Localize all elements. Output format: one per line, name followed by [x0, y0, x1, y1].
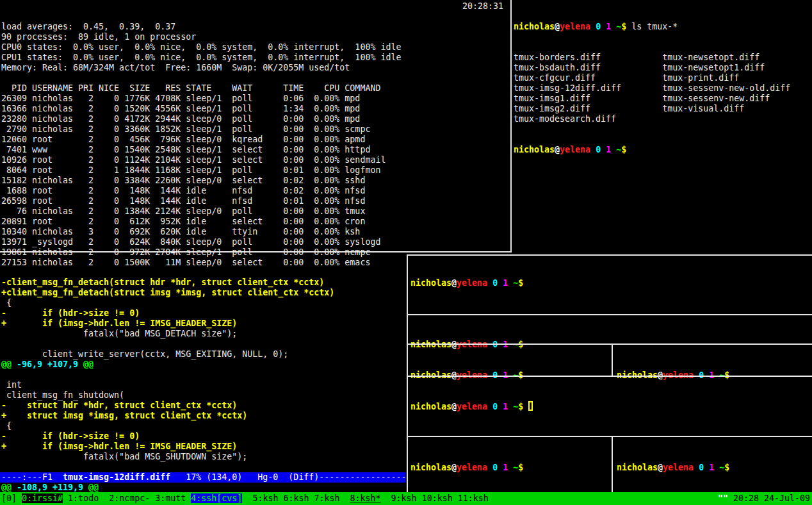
status-window-10-ksh[interactable]: 10:ksh	[422, 493, 453, 503]
pane-border-grid-row-2[interactable]	[408, 344, 812, 345]
pane-border-grid-row-1[interactable]	[408, 314, 812, 315]
status-window-0-irssi-[interactable]: 0:irssi#	[22, 493, 63, 503]
terminal-line	[1, 339, 405, 349]
status-window-5-ksh[interactable]: 5:ksh	[252, 493, 278, 503]
text-segment	[714, 463, 719, 472]
terminal-line: {	[1, 421, 405, 431]
text-segment: @	[555, 145, 560, 154]
text-segment	[498, 463, 503, 472]
text-segment	[498, 402, 503, 411]
text-segment: 1	[606, 22, 611, 31]
text-segment	[508, 463, 513, 472]
text-segment: @	[451, 402, 457, 411]
text-segment: nicholas	[514, 145, 555, 154]
terminal-line: + if (imsg->hdr.len != IMSG_HEADER_SIZE)	[1, 319, 405, 329]
status-session-name: [0]	[1, 493, 17, 503]
terminal-line: 10340 nicholas 3 0 692K 620K idle ttyin …	[1, 227, 507, 237]
text-segment: ~	[719, 463, 724, 472]
text-segment: @@	[1, 360, 12, 369]
status-window-3-mutt[interactable]: 3:mutt	[155, 493, 186, 503]
text-segment: -client_msg_fn_detach(struct hdr *hdr, s…	[1, 277, 324, 287]
status-window-7-ksh[interactable]: 7:ksh	[314, 493, 339, 503]
shell-pane-4[interactable]: nicholas@yelena 0 1 ~$	[617, 350, 729, 391]
terminal-line: @@ -96,9 +107,9 @@	[1, 360, 405, 370]
pane-border-grid-col-1[interactable]	[612, 344, 613, 377]
text-segment	[694, 463, 699, 472]
pane-border-grid-row-3[interactable]	[408, 376, 812, 377]
terminal-line: -client_msg_fn_detach(struct hdr *hdr, s…	[1, 277, 405, 288]
text-segment: nicholas	[514, 22, 555, 31]
status-window-2-ncmpc-[interactable]: 2:ncmpc-	[109, 493, 150, 503]
terminal-line: tmux-imsg1.diff tmux-sessenv-new.diff	[514, 94, 811, 104]
status-window-1-todo[interactable]: 1:todo	[68, 493, 99, 503]
text-segment: $	[518, 402, 523, 411]
terminal-line: int	[1, 380, 405, 390]
text-segment: ls tmux-*	[626, 22, 678, 31]
pane-border-horizontal-left[interactable]	[0, 251, 512, 252]
text-segment: yelena	[560, 145, 590, 154]
terminal-line: fatalx("bad MSG_DETACH size");	[1, 329, 405, 339]
text-segment: $	[724, 463, 729, 472]
top-pane[interactable]: load averages: 0.45, 0.39, 0.3790 proces…	[1, 1, 507, 278]
shell-pane-7[interactable]: nicholas@yelena 0 1 ~$	[617, 442, 729, 483]
terminal-line: load averages: 0.45, 0.39, 0.37	[1, 22, 507, 32]
terminal-line: 26309 nicholas 2 0 1776K 4708K sleep/1 p…	[1, 94, 507, 104]
text-segment	[508, 402, 513, 411]
status-window-8-ksh-[interactable]: 8:ksh*	[350, 493, 381, 503]
emacs-buffer: -client_msg_fn_detach(struct hdr *hdr, s…	[1, 277, 405, 493]
status-window-9-ksh[interactable]: 9:ksh	[391, 493, 417, 503]
text-segment: nicholas	[617, 463, 658, 472]
ls-shell-pane[interactable]: nicholas@yelena 0 1 ~$ ls tmux-* tmux-bo…	[514, 1, 811, 165]
shell-pane-5[interactable]: nicholas@yelena 0 1 ~$	[410, 381, 533, 422]
text-segment	[487, 278, 492, 288]
terminal-line: tmux-borders.diff tmux-newsetopt.diff	[514, 53, 811, 63]
shell-prompt: nicholas@yelena 0 1 ~$	[514, 145, 811, 155]
text-segment: ~	[513, 278, 518, 288]
text-segment: 0	[699, 463, 704, 472]
text-segment: $	[518, 463, 523, 472]
pane-border-grid-row-4[interactable]	[408, 436, 812, 437]
terminal-line: Memory: Real: 68M/324M act/tot Free: 166…	[1, 63, 507, 73]
text-segment: 17% (134,0) Hg-0 (Diff)-----------------	[170, 472, 405, 482]
text-segment: $	[518, 278, 523, 288]
shell-prompt: nicholas@yelena 0 1 ~$	[410, 463, 523, 473]
terminal-line: - if (hdr->size != 0)	[1, 431, 405, 442]
status-right: "" 20:28 24-Jul-09	[718, 492, 810, 505]
pane-border-vertical-bottom[interactable]	[407, 254, 408, 492]
text-segment: - if (hdr->size != 0)	[1, 308, 140, 318]
text-segment: +client_msg_fn_detach(struct imsg *imsg,…	[1, 288, 334, 297]
shell-pane-1[interactable]: nicholas@yelena 0 1 ~$	[410, 258, 523, 299]
text-segment	[611, 22, 616, 31]
pane-border-horizontal-right-top[interactable]	[408, 254, 812, 256]
terminal-line: 23280 nicholas 2 0 4172K 2944K sleep/0 p…	[1, 114, 507, 124]
status-window-list: 0:irssi# 1:todo 2:ncmpc- 3:mutt 4:ssh[cv…	[17, 493, 489, 503]
terminal-line: CPU1 states: 0.0% user, 0.0% nice, 0.0% …	[1, 53, 507, 63]
ls-file-list: tmux-borders.diff tmux-newsetopt.difftmu…	[514, 53, 811, 124]
text-segment: 1	[606, 145, 611, 154]
terminal-line: 13971 _syslogd 2 0 624K 840K sleep/0 pol…	[1, 237, 507, 247]
text-segment: 0	[492, 402, 498, 411]
terminal-line: client_write_server(cctx, MSG_EXITING, N…	[1, 349, 405, 360]
text-segment: tmux-imsg-12diff.diff	[63, 472, 170, 482]
text-segment: ----:---F1	[1, 472, 63, 482]
status-window-6-ksh[interactable]: 6:ksh	[283, 493, 309, 503]
text-segment: + struct imsg *imsg, struct client_ctx *…	[1, 411, 247, 420]
shell-pane-6[interactable]: nicholas@yelena 0 1 ~$	[410, 442, 523, 483]
text-segment: @	[451, 463, 457, 472]
emacs-pane[interactable]: -client_msg_fn_detach(struct hdr *hdr, s…	[1, 257, 405, 503]
top-clock: 20:28:31	[462, 1, 503, 12]
terminal-line: {	[1, 298, 405, 308]
text-segment: 1	[709, 463, 714, 472]
text-segment: yelena	[457, 402, 487, 411]
text-segment: yelena	[663, 463, 694, 472]
text-segment: ~	[616, 145, 621, 154]
text-segment	[487, 463, 492, 472]
text-segment	[611, 145, 616, 154]
terminal-line: tmux-imsg-12diff.diff tmux-sessenv-new-o…	[514, 83, 811, 94]
text-segment: $	[621, 145, 626, 154]
terminal-line: 7401 www 2 0 1540K 2548K sleep/1 select …	[1, 145, 507, 155]
status-window-11-ksh[interactable]: 11:ksh	[458, 493, 489, 503]
status-window-4-ssh-cvs-[interactable]: 4:ssh[cvs]	[191, 493, 242, 503]
pane-border-grid-col-2[interactable]	[612, 436, 613, 492]
pane-border-vertical-top[interactable]	[510, 0, 512, 252]
